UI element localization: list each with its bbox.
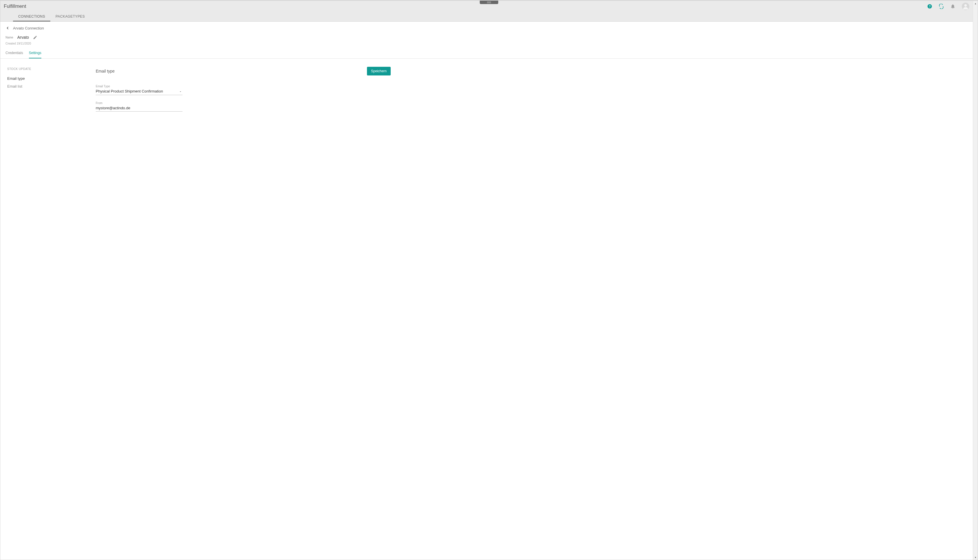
back-icon[interactable] bbox=[5, 26, 10, 30]
name-field-label: Name bbox=[5, 36, 13, 39]
sidebar-item-email-type[interactable]: Email type bbox=[7, 75, 77, 82]
from-label: From bbox=[96, 102, 182, 105]
page-title: Fulfillment bbox=[4, 3, 26, 9]
vertical-scrollbar[interactable]: ▴ ▾ bbox=[973, 1, 978, 560]
scroll-up-icon[interactable]: ▴ bbox=[973, 1, 978, 6]
panel-title: Email type bbox=[96, 69, 115, 73]
subtab-credentials[interactable]: Credentials bbox=[5, 49, 23, 58]
email-type-value: Physical Product Shipment Confirmation bbox=[96, 89, 163, 93]
sync-icon[interactable] bbox=[939, 4, 944, 9]
svg-point-0 bbox=[965, 4, 967, 7]
notifications-icon[interactable] bbox=[950, 4, 955, 9]
email-type-label: Email Type bbox=[96, 85, 182, 88]
email-type-select[interactable]: Physical Product Shipment Confirmation bbox=[96, 88, 182, 95]
tab-packagetypes[interactable]: PACKAGETYPES bbox=[50, 12, 90, 22]
save-button[interactable]: Speichern bbox=[367, 67, 391, 75]
sidebar-section-title: STOCK UPDATE bbox=[7, 67, 77, 70]
avatar[interactable] bbox=[962, 3, 969, 10]
tab-connections[interactable]: CONNECTIONS bbox=[13, 12, 50, 22]
scroll-down-icon[interactable]: ▾ bbox=[973, 555, 978, 560]
subtab-settings[interactable]: Settings bbox=[29, 49, 42, 58]
sidebar-item-email-list[interactable]: Email list bbox=[7, 82, 77, 90]
name-field-value: Arvato bbox=[17, 35, 29, 40]
created-date: Created 19/11/2020 bbox=[0, 41, 973, 49]
top-drawer-handle[interactable] bbox=[480, 1, 498, 4]
edit-icon[interactable] bbox=[33, 35, 37, 40]
from-input[interactable] bbox=[96, 105, 182, 112]
chevron-down-icon bbox=[179, 89, 182, 94]
breadcrumb: Arvato Connection bbox=[13, 26, 44, 30]
help-icon[interactable] bbox=[927, 4, 932, 9]
